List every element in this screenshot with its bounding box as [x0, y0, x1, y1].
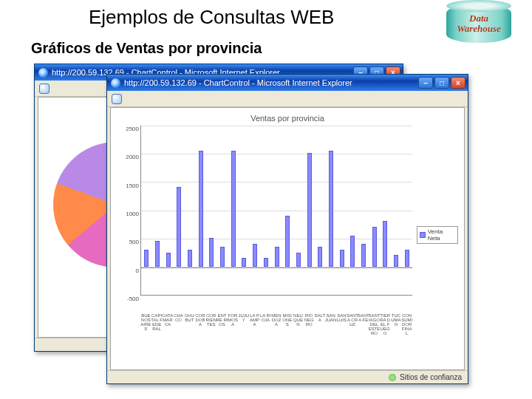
toolbar-icon[interactable]: [39, 83, 50, 94]
window-title-front: http://200.59.132.69 - ChartControl - Mi…: [124, 78, 415, 87]
x-tick-label: RIO NEGRO: [303, 313, 315, 327]
bar: [296, 253, 301, 267]
bar: [405, 250, 409, 267]
bar: [285, 216, 290, 267]
bar: [242, 258, 246, 267]
bar: [220, 247, 225, 267]
y-tick: 0: [136, 267, 139, 273]
chart-legend: Venta Neta: [417, 226, 458, 244]
x-tick-label: CHACO: [173, 313, 185, 322]
bar: [188, 250, 192, 267]
bar: [264, 258, 268, 267]
bar: [155, 241, 160, 267]
x-tick-label: SAN LUIS: [335, 313, 347, 322]
x-tick-label: MISIONES: [282, 313, 293, 327]
bar: [394, 255, 398, 266]
browser-window-front: http://200.59.132.69 - ChartControl - Mi…: [106, 74, 468, 384]
bar: [372, 227, 377, 267]
bar: [307, 153, 312, 266]
y-tick: 1000: [126, 211, 139, 217]
slide-title: Ejemplos de Consultas WEB: [89, 6, 334, 29]
bar: [231, 151, 236, 267]
x-tick-label: MENDOZA: [270, 313, 282, 327]
y-tick: 2500: [126, 126, 139, 132]
toolbar-front: [107, 91, 468, 107]
badge-label: Data Warehouse: [446, 4, 511, 43]
y-tick: 2000: [126, 154, 139, 160]
x-tick-label: TIERRA DEL FUEGO: [379, 313, 391, 335]
toolbar-icon[interactable]: [112, 94, 122, 104]
bar: [361, 244, 366, 267]
bar: [144, 250, 149, 267]
x-tick-label: FORMOSA: [227, 313, 239, 327]
maximize-button[interactable]: □: [434, 77, 449, 89]
x-axis-labels: BUENOS AIRESCAPITAL FEDERALCATAMARCACHAC…: [140, 313, 412, 365]
x-tick-label: JUJUY: [238, 313, 250, 322]
x-tick-label: SANTA FE: [358, 313, 369, 322]
x-tick-label: CORDOBA: [194, 313, 206, 327]
bar: [209, 238, 214, 266]
badge-line1: Data: [469, 13, 488, 24]
y-tick: -500: [127, 296, 139, 302]
x-tick-label: CONSUMIDOR FINAL: [401, 313, 413, 335]
bar: [275, 247, 279, 267]
x-tick-label: TUCUMAN: [390, 313, 402, 327]
x-tick-label: SAN JUAN: [325, 313, 337, 322]
y-tick: 500: [129, 239, 139, 245]
bar: [177, 187, 181, 266]
bar: [329, 151, 333, 267]
statusbar-front: Sitios de confianza: [107, 370, 468, 383]
x-tick-label: ENTRE RIOS: [216, 313, 228, 327]
chart-title: Ventas por provincia: [115, 114, 460, 123]
bar: [253, 244, 257, 267]
data-warehouse-badge: Data Warehouse: [446, 4, 511, 43]
status-text: Sitios de confianza: [400, 373, 462, 381]
titlebar-front: http://200.59.132.69 - ChartControl - Mi…: [107, 75, 468, 91]
close-button[interactable]: ×: [451, 77, 466, 89]
x-tick-label: LA PAMPA: [249, 313, 261, 327]
legend-swatch: [420, 232, 426, 238]
x-tick-label: CATAMARCA: [162, 313, 174, 327]
ie-icon: [38, 68, 48, 78]
plot-area: [140, 126, 412, 296]
minimize-button[interactable]: –: [418, 77, 433, 89]
x-tick-label: SANTA CRUZ: [347, 313, 358, 327]
ie-icon: [111, 78, 120, 88]
x-tick-label: CORRIENTES: [205, 313, 217, 327]
x-tick-label: CHUBUT: [183, 313, 195, 322]
badge-line2: Warehouse: [457, 24, 501, 34]
x-tick-label: LA RIOJA: [259, 313, 271, 322]
slide-subtitle: Gráficos de Ventas por provincia: [31, 40, 262, 57]
y-tick: 1500: [126, 182, 139, 188]
x-tick-label: NEUQUEN: [292, 313, 304, 327]
bar: [350, 236, 355, 267]
bar: [318, 247, 322, 267]
trusted-sites-icon: [389, 374, 396, 381]
legend-label: Venta Neta: [428, 228, 455, 242]
bar: [383, 221, 387, 266]
x-tick-label: SALTA: [314, 313, 326, 322]
y-axis: -50005001000150020002500: [115, 126, 140, 296]
x-tick-label: BUENOS AIRES: [140, 313, 151, 331]
x-tick-label: SANTIAGO DEL ESTERO: [368, 313, 380, 335]
zero-line: [141, 267, 412, 268]
x-tick-label: CAPITAL FEDERAL: [151, 313, 163, 331]
bar: [166, 253, 171, 267]
content-front: Ventas por provincia -500050010001500200…: [110, 107, 465, 370]
bar-chart: Ventas por provincia -500050010001500200…: [115, 112, 460, 365]
bar: [340, 250, 344, 267]
bar: [199, 151, 203, 267]
